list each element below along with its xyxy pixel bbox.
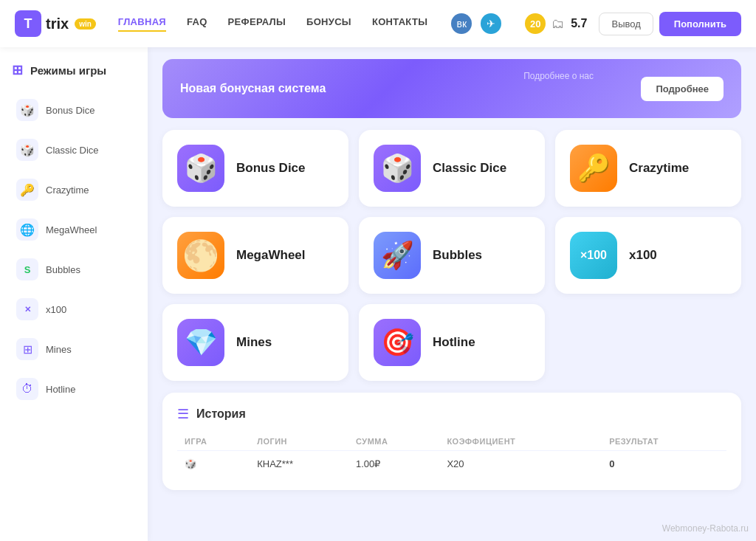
balance-area: 20 🗂 5.7	[525, 13, 587, 34]
classic-dice-card-icon: 🎲	[374, 145, 421, 192]
col-login: ЛОГИН	[250, 433, 348, 451]
bonus-dice-card-name: Bonus Dice	[236, 161, 306, 176]
mines-card-name: Mines	[236, 335, 272, 350]
sidebar-item-classic-dice[interactable]: 🎲 Classic Dice	[9, 131, 139, 168]
sidebar-item-classic-dice-label: Classic Dice	[46, 145, 99, 156]
nav-faq[interactable]: FAQ	[187, 16, 207, 32]
col-amount: СУММА	[348, 433, 439, 451]
nav-contacts[interactable]: КОНТАКТЫ	[372, 16, 427, 32]
megawheel-card-name: MegaWheel	[236, 248, 306, 263]
history-icon: ☰	[177, 406, 189, 422]
megawheel-icon: 🌐	[16, 218, 38, 241]
sidebar-title-icon: ⊞	[12, 62, 23, 78]
history-section: ☰ История ИГРА ЛОГИН СУММА КОЭФФИЦИЕНТ Р…	[162, 393, 741, 490]
crazytime-icon: 🔑	[16, 179, 38, 201]
col-coefficient: КОЭФФИЦИЕНТ	[439, 433, 602, 451]
x100-card-icon: ×100	[570, 232, 617, 279]
classic-dice-card-name: Classic Dice	[433, 161, 506, 176]
row-game-icon: 🎲	[177, 451, 250, 478]
sidebar-item-hotline[interactable]: ⏱ Hotline	[9, 371, 139, 407]
x100-icon: ✕	[16, 298, 38, 320]
wallet-icon: 🗂	[551, 16, 565, 32]
main-content: Новая бонусная система Подробнее о нас П…	[148, 47, 756, 541]
sidebar-item-mines-label: Mines	[46, 344, 72, 355]
telegram-icon[interactable]: ✈	[481, 13, 501, 34]
mines-icon: ⊞	[16, 338, 38, 360]
banner-text: Новая бонусная система	[180, 82, 326, 95]
sidebar-item-crazytime[interactable]: 🔑 Crazytime	[9, 171, 139, 208]
bubbles-card-name: Bubbles	[433, 248, 482, 263]
sidebar-title: ⊞ Режимы игры	[9, 62, 139, 78]
banner-sub: Подробнее о нас	[523, 71, 594, 81]
bonus-dice-card-icon: 🎲	[177, 145, 224, 192]
sidebar-item-bonus-dice[interactable]: 🎲 Bonus Dice	[9, 92, 139, 128]
hotline-icon: ⏱	[16, 378, 38, 400]
sidebar-title-text: Режимы игры	[30, 64, 106, 77]
game-card-hotline[interactable]: 🎯 Hotline	[359, 304, 545, 381]
deposit-button[interactable]: Пополнить	[659, 12, 741, 36]
x100-card-name: x100	[629, 248, 657, 263]
crazytime-card-icon: 🔑	[570, 145, 617, 192]
game-card-classic-dice[interactable]: 🎲 Classic Dice	[359, 130, 545, 207]
crazytime-card-name: Crazytime	[629, 161, 689, 176]
sidebar-item-bubbles-label: Bubbles	[46, 264, 80, 275]
hotline-card-name: Hotline	[433, 335, 475, 350]
balance-value: 5.7	[571, 17, 587, 30]
sidebar-item-mines[interactable]: ⊞ Mines	[9, 331, 139, 368]
sidebar-item-crazytime-label: Crazytime	[46, 185, 89, 196]
sidebar: ⊞ Режимы игры 🎲 Bonus Dice 🎲 Classic Dic…	[0, 47, 148, 541]
logo-name: trix	[46, 15, 69, 32]
nav-referrals[interactable]: РЕФЕРАЛЫ	[228, 16, 286, 32]
table-row: 🎲 КНАZ*** 1.00₽ X20 0	[177, 451, 726, 478]
game-card-mines[interactable]: 💎 Mines	[162, 304, 348, 381]
watermark: Webmoney-Rabota.ru	[662, 523, 749, 534]
balance-count: 20	[525, 13, 546, 34]
sidebar-item-x100-label: x100	[46, 304, 66, 315]
banner-details-button[interactable]: Подробнее	[641, 77, 724, 101]
game-card-bonus-dice[interactable]: 🎲 Bonus Dice	[162, 130, 348, 207]
logo: T trix win	[15, 10, 96, 37]
game-card-x100[interactable]: ×100 x100	[555, 217, 741, 294]
bubbles-icon: S	[16, 258, 38, 280]
history-title: История	[196, 407, 246, 421]
sidebar-item-hotline-label: Hotline	[46, 384, 75, 395]
sidebar-item-bonus-dice-label: Bonus Dice	[46, 105, 94, 116]
classic-dice-icon: 🎲	[16, 139, 38, 161]
history-table: ИГРА ЛОГИН СУММА КОЭФФИЦИЕНТ РЕЗУЛЬТАТ 🎲…	[177, 433, 726, 477]
game-card-megawheel[interactable]: 🌕 MegaWheel	[162, 217, 348, 294]
logo-badge: win	[75, 18, 96, 30]
hotline-card-icon: 🎯	[374, 319, 421, 366]
mines-card-icon: 💎	[177, 319, 224, 366]
sidebar-item-bubbles[interactable]: S Bubbles	[9, 251, 139, 288]
promo-banner: Новая бонусная система Подробнее о нас П…	[162, 59, 741, 118]
row-coefficient: X20	[439, 451, 602, 478]
megawheel-card-icon: 🌕	[177, 232, 224, 279]
app-layout: ⊞ Режимы игры 🎲 Bonus Dice 🎲 Classic Dic…	[0, 47, 756, 541]
nav-bonuses[interactable]: БОНУСЫ	[306, 16, 351, 32]
history-header: ☰ История	[177, 406, 726, 422]
sidebar-item-x100[interactable]: ✕ x100	[9, 291, 139, 328]
row-amount: 1.00₽	[348, 451, 439, 478]
nav-home[interactable]: ГЛАВНАЯ	[118, 16, 166, 32]
bubbles-card-icon: 🚀	[374, 232, 421, 279]
social-icons: вк ✈	[451, 13, 501, 34]
withdraw-button[interactable]: Вывод	[599, 13, 653, 35]
col-result: РЕЗУЛЬТАТ	[602, 433, 726, 451]
header: T trix win ГЛАВНАЯ FAQ РЕФЕРАЛЫ БОНУСЫ К…	[0, 0, 756, 47]
game-card-bubbles[interactable]: 🚀 Bubbles	[359, 217, 545, 294]
sidebar-item-megawheel[interactable]: 🌐 MegaWheel	[9, 211, 139, 248]
bonus-dice-icon: 🎲	[16, 99, 38, 121]
game-card-crazytime[interactable]: 🔑 Crazytime	[555, 130, 741, 207]
game-grid: 🎲 Bonus Dice 🎲 Classic Dice 🔑 Crazytime …	[162, 130, 741, 381]
main-nav: ГЛАВНАЯ FAQ РЕФЕРАЛЫ БОНУСЫ КОНТАКТЫ	[118, 16, 439, 32]
sidebar-item-megawheel-label: MegaWheel	[46, 224, 97, 235]
col-game: ИГРА	[177, 433, 250, 451]
logo-icon: T	[15, 10, 41, 37]
row-result: 0	[602, 451, 726, 478]
row-login: КНАZ***	[250, 451, 348, 478]
vk-icon[interactable]: вк	[451, 13, 472, 34]
